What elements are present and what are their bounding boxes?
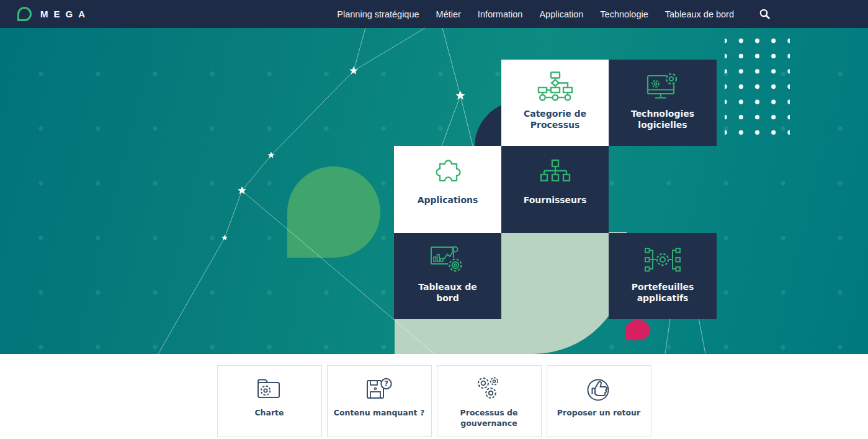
nav-item-tableaux-de-bord[interactable]: Tableaux de bord — [665, 9, 734, 19]
main-nav: Planning stratégique Métier Information … — [337, 9, 851, 19]
nav-item-application[interactable]: Application — [539, 9, 583, 19]
disk-question-icon: ? — [364, 374, 395, 404]
brand-name: MEGA — [40, 9, 91, 19]
monitor-gears-icon — [645, 68, 681, 104]
tile-technologies-logicielles[interactable]: Technologies logicielles — [609, 60, 717, 146]
hero-banner: Categorie de Processus Technologies logi… — [0, 28, 868, 354]
gear-network-icon — [644, 242, 681, 278]
white-dot-grid — [725, 33, 790, 140]
card-label: Contenu manquant ? — [334, 408, 424, 419]
thumbs-up-icon — [583, 374, 614, 404]
tile-portefeuilles-applicatifs[interactable]: Portefeuilles applicatifs — [609, 233, 717, 319]
tile-label: Tableaux de bord — [410, 281, 485, 304]
card-label: Charte — [254, 408, 284, 419]
mega-logo-icon — [17, 7, 32, 21]
tile-label: Applications — [418, 194, 478, 206]
top-navbar: MEGA Planning stratégique Métier Informa… — [0, 0, 868, 28]
tile-fournisseurs[interactable]: Fournisseurs — [501, 146, 609, 233]
puzzle-icon — [432, 155, 463, 191]
nav-item-technologie[interactable]: Technologie — [600, 9, 648, 19]
tile-categorie-de-processus[interactable]: Categorie de Processus — [501, 60, 609, 146]
card-label: Processus de gouvernance — [444, 408, 535, 429]
search-icon[interactable] — [759, 9, 770, 19]
nav-item-information[interactable]: Information — [478, 9, 523, 19]
nav-item-metier[interactable]: Métier — [436, 9, 461, 19]
card-proposer-un-retour[interactable]: Proposer un retour — [547, 365, 651, 437]
tile-label: Portefeuilles applicatifs — [625, 281, 700, 304]
quick-links-row: Charte ? Contenu manquant ? — [0, 354, 868, 439]
process-flow-icon — [537, 68, 574, 104]
nav-item-planning-strategique[interactable]: Planning stratégique — [337, 9, 419, 19]
brand[interactable]: MEGA — [17, 7, 91, 21]
tile-label: Technologies logicielles — [625, 108, 700, 131]
mega-portal-page: MEGA Planning stratégique Métier Informa… — [0, 0, 868, 439]
org-hierarchy-icon — [539, 155, 572, 191]
card-processus-de-gouvernance[interactable]: Processus de gouvernance — [437, 365, 542, 437]
tile-applications[interactable]: Applications — [394, 146, 501, 233]
card-contenu-manquant[interactable]: ? Contenu manquant ? — [327, 365, 432, 437]
pink-bubble-shape — [625, 320, 650, 340]
tile-label: Categorie de Processus — [517, 108, 593, 131]
svg-text:?: ? — [384, 379, 388, 388]
dashboard-gear-icon — [430, 242, 466, 278]
folder-gear-icon — [254, 374, 285, 404]
card-charte[interactable]: Charte — [217, 365, 322, 437]
tile-label: Fournisseurs — [524, 194, 587, 206]
gears-icon — [473, 374, 504, 404]
tile-tableaux-de-bord[interactable]: Tableaux de bord — [394, 233, 501, 319]
card-label: Proposer un retour — [557, 408, 640, 419]
